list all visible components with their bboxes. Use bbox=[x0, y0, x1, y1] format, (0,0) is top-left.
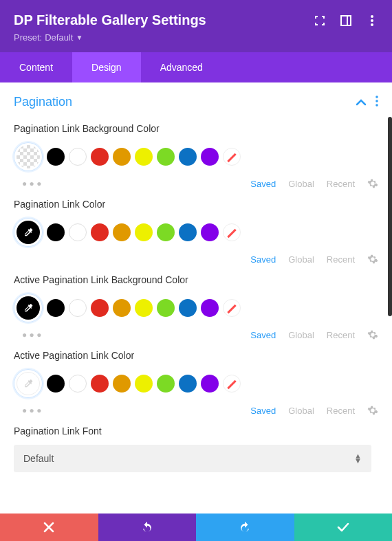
color-swatch-red[interactable] bbox=[91, 148, 109, 166]
color-swatch-orange[interactable] bbox=[113, 148, 131, 166]
color-swatch-yellow[interactable] bbox=[135, 148, 153, 166]
gear-icon[interactable] bbox=[367, 254, 378, 265]
field-label: Pagination Link Color bbox=[14, 199, 378, 210]
section-more-icon[interactable] bbox=[375, 96, 378, 109]
more-icon[interactable] bbox=[366, 14, 378, 27]
palette-tab-recent[interactable]: Recent bbox=[327, 330, 355, 340]
current-color-swatch[interactable] bbox=[14, 218, 43, 247]
save-button[interactable] bbox=[294, 514, 393, 541]
palette-tab-recent[interactable]: Recent bbox=[327, 406, 355, 416]
svg-point-5 bbox=[375, 96, 378, 98]
gear-icon[interactable] bbox=[367, 178, 378, 189]
color-swatch-black[interactable] bbox=[47, 223, 65, 241]
color-swatch-green[interactable] bbox=[157, 299, 175, 317]
color-swatch-black[interactable] bbox=[47, 375, 65, 393]
current-color-inner bbox=[17, 372, 40, 395]
preset-selector[interactable]: Preset: Default ▼ bbox=[14, 32, 83, 52]
color-swatch-green[interactable] bbox=[157, 148, 175, 166]
color-swatch-orange[interactable] bbox=[113, 223, 131, 241]
color-swatch-purple[interactable] bbox=[201, 148, 219, 166]
current-color-swatch[interactable] bbox=[14, 294, 43, 322]
palette-tab-global[interactable]: Global bbox=[288, 254, 314, 265]
color-swatch-red[interactable] bbox=[91, 223, 109, 241]
color-swatch-purple[interactable] bbox=[201, 223, 219, 241]
expand-icon[interactable] bbox=[314, 14, 326, 27]
color-swatch-blue[interactable] bbox=[179, 148, 197, 166]
color-swatch-yellow[interactable] bbox=[135, 299, 153, 317]
color-swatch-purple[interactable] bbox=[201, 375, 219, 393]
palette-tab-saved[interactable]: Saved bbox=[250, 179, 276, 189]
color-swatch-white[interactable] bbox=[69, 375, 87, 393]
caret-down-icon: ▼ bbox=[76, 34, 83, 41]
redo-button[interactable] bbox=[196, 514, 294, 541]
color-palette bbox=[14, 142, 378, 171]
color-palette bbox=[14, 294, 378, 322]
gear-icon[interactable] bbox=[367, 329, 378, 340]
color-swatch-clear[interactable] bbox=[223, 299, 241, 317]
color-swatch-white[interactable] bbox=[69, 148, 87, 166]
font-select-value: Default bbox=[23, 453, 54, 464]
palette-tab-saved[interactable]: Saved bbox=[250, 406, 276, 416]
palette-tab-global[interactable]: Global bbox=[288, 330, 314, 340]
wireframe-icon[interactable] bbox=[340, 14, 352, 27]
field-label: Pagination Link Background Color bbox=[14, 123, 378, 134]
color-swatch-orange[interactable] bbox=[113, 299, 131, 317]
svg-point-3 bbox=[371, 19, 373, 22]
color-swatch-orange[interactable] bbox=[113, 375, 131, 393]
tab-bar: Content Design Advanced bbox=[0, 52, 392, 82]
palette-tab-recent[interactable]: Recent bbox=[327, 254, 355, 265]
collapse-icon[interactable] bbox=[356, 96, 366, 109]
color-swatch-green[interactable] bbox=[157, 375, 175, 393]
color-swatch-white[interactable] bbox=[69, 299, 87, 317]
field-pagination-link-bg-color: Pagination Link Background Color ● ● ● S… bbox=[14, 123, 378, 189]
color-swatch-clear[interactable] bbox=[223, 223, 241, 241]
color-swatch-black[interactable] bbox=[47, 148, 65, 166]
palette-tab-saved[interactable]: Saved bbox=[250, 254, 276, 265]
color-palette bbox=[14, 369, 378, 398]
section-title[interactable]: Pagination bbox=[14, 95, 72, 109]
color-swatch-green[interactable] bbox=[157, 223, 175, 241]
gear-icon[interactable] bbox=[367, 405, 378, 416]
color-swatch-clear[interactable] bbox=[223, 148, 241, 166]
tab-advanced[interactable]: Advanced bbox=[141, 52, 222, 82]
section-header: Pagination bbox=[14, 95, 378, 109]
color-swatch-white[interactable] bbox=[69, 223, 87, 241]
eyedropper-icon bbox=[23, 378, 34, 389]
color-swatch-yellow[interactable] bbox=[135, 375, 153, 393]
more-dots-icon[interactable]: ● ● ● bbox=[22, 406, 41, 415]
svg-rect-0 bbox=[341, 16, 351, 25]
color-swatch-black[interactable] bbox=[47, 299, 65, 317]
close-icon bbox=[43, 522, 54, 533]
settings-title: DP Filterable Gallery Settings bbox=[14, 12, 206, 28]
tab-design[interactable]: Design bbox=[72, 52, 141, 82]
field-label: Active Pagination Link Background Color bbox=[14, 274, 378, 285]
palette-tab-recent[interactable]: Recent bbox=[327, 179, 355, 189]
tab-content[interactable]: Content bbox=[0, 52, 72, 82]
color-swatch-red[interactable] bbox=[91, 299, 109, 317]
redo-icon bbox=[239, 521, 251, 533]
cancel-button[interactable] bbox=[0, 514, 98, 541]
scrollbar-thumb[interactable] bbox=[388, 117, 392, 316]
font-select[interactable]: Default ▲▼ bbox=[14, 445, 371, 472]
field-label: Pagination Link Font bbox=[14, 426, 378, 437]
undo-button[interactable] bbox=[98, 514, 197, 541]
color-swatch-clear[interactable] bbox=[223, 375, 241, 393]
color-swatch-purple[interactable] bbox=[201, 299, 219, 317]
more-dots-icon[interactable]: ● ● ● bbox=[22, 330, 41, 340]
svg-point-2 bbox=[371, 15, 373, 18]
color-swatch-yellow[interactable] bbox=[135, 223, 153, 241]
color-swatch-blue[interactable] bbox=[179, 375, 197, 393]
svg-point-6 bbox=[375, 100, 378, 102]
color-swatch-red[interactable] bbox=[91, 375, 109, 393]
current-color-swatch[interactable] bbox=[14, 369, 43, 398]
check-icon bbox=[337, 522, 349, 532]
palette-tab-global[interactable]: Global bbox=[288, 406, 314, 416]
select-arrows-icon: ▲▼ bbox=[354, 454, 362, 463]
field-pagination-link-font: Pagination Link Font Default ▲▼ bbox=[14, 426, 378, 472]
palette-tab-saved[interactable]: Saved bbox=[250, 330, 276, 340]
color-swatch-blue[interactable] bbox=[179, 299, 197, 317]
current-color-swatch[interactable] bbox=[14, 142, 43, 171]
color-swatch-blue[interactable] bbox=[179, 223, 197, 241]
palette-tab-global[interactable]: Global bbox=[288, 179, 314, 189]
more-dots-icon[interactable]: ● ● ● bbox=[22, 179, 41, 188]
